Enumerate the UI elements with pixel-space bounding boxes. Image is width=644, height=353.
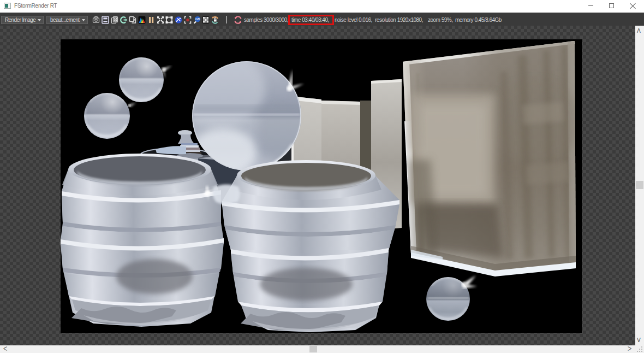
svg-text:GB: GB	[195, 17, 200, 21]
